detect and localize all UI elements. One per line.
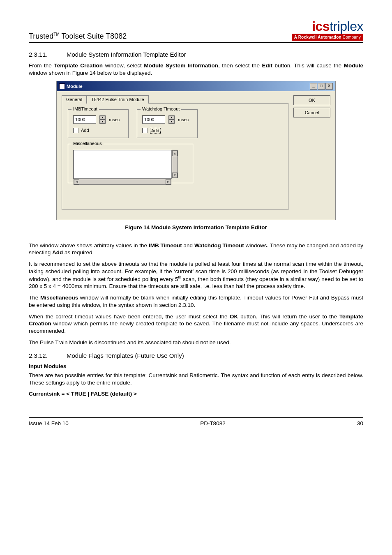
t: OK bbox=[230, 313, 238, 320]
logo-subtitle: A Rockwell Automation Company bbox=[292, 34, 363, 41]
t: button. This will return the user to the bbox=[238, 313, 339, 320]
close-button[interactable]: × bbox=[325, 83, 333, 90]
t: Template Creation bbox=[54, 62, 103, 69]
doc-title: TrustedTM Toolset Suite T8082 bbox=[29, 32, 127, 41]
section-heading-2311: 2.3.11. Module System Information Templa… bbox=[29, 51, 363, 58]
watchdog-timeout-input[interactable] bbox=[142, 115, 165, 124]
minimize-button[interactable]: _ bbox=[310, 83, 317, 90]
scrollbar-horizontal[interactable]: ◄ ► bbox=[74, 179, 171, 185]
unit-label: msec bbox=[109, 117, 120, 122]
t: and bbox=[182, 242, 194, 249]
window-controls: _ □ × bbox=[310, 83, 333, 90]
unit-label-2: msec bbox=[178, 117, 189, 122]
scroll-down-icon[interactable]: ▼ bbox=[172, 173, 178, 178]
t: window shown in Figure 14 below to be di… bbox=[29, 70, 152, 76]
tab-t8442[interactable]: T8442 Pulse Train Module bbox=[87, 95, 148, 104]
module-dialog: Module _ □ × General T8442 Pulse Train M… bbox=[56, 81, 336, 220]
section-title: Module System Information Template Edito… bbox=[67, 51, 186, 58]
watchdog-add-checkbox[interactable] bbox=[142, 128, 148, 133]
logo-text: icstriplex bbox=[292, 20, 363, 33]
dialog-title: Module bbox=[67, 84, 83, 89]
t: Module System Information bbox=[144, 62, 218, 69]
t: Watchdog Timeout bbox=[194, 242, 244, 249]
para-p3: It is recommended to set the above timeo… bbox=[29, 260, 363, 290]
group-imbtimeout: IMBTimeout ▲ ▼ msec bbox=[68, 109, 129, 138]
section-num: 2.3.11. bbox=[29, 51, 52, 58]
group-title-imb: IMBTimeout bbox=[71, 106, 99, 111]
group-title-watchdog: Watchdog Timeout bbox=[141, 106, 181, 111]
cancel-button[interactable]: Cancel bbox=[293, 108, 330, 117]
watchdog-spin-down[interactable]: ▼ bbox=[168, 120, 175, 124]
t: window, select bbox=[103, 62, 144, 69]
tab-general[interactable]: General bbox=[62, 95, 87, 104]
para-intro: From the Template Creation window, selec… bbox=[29, 62, 363, 77]
app-icon bbox=[59, 83, 65, 89]
section-title-2: Module Flags Templates (Future Use Only) bbox=[67, 352, 184, 359]
subhead-input-modules: Input Modules bbox=[29, 363, 363, 369]
logo-triplex: triplex bbox=[330, 19, 363, 34]
t: The bbox=[29, 295, 40, 301]
misc-textarea[interactable]: ▲ ▼ ◄ ► bbox=[73, 150, 172, 179]
logo-sub-rest: Company bbox=[341, 35, 361, 39]
watchdog-add-label: Add bbox=[150, 128, 161, 134]
figure-caption: Figure 14 Module System Information Temp… bbox=[29, 224, 363, 230]
t: IMB Timeout bbox=[149, 242, 182, 249]
t: Miscellaneous bbox=[40, 295, 78, 301]
para-p4: The Miscellaneous window will normally b… bbox=[29, 294, 363, 309]
section-heading-2312: 2.3.12. Module Flags Templates (Future U… bbox=[29, 352, 363, 359]
t: window which permits the newly created t… bbox=[29, 320, 363, 334]
scrollbar-vertical[interactable]: ▲ ▼ bbox=[172, 150, 178, 178]
t: Edit bbox=[262, 62, 273, 69]
tab-pane-general: IMBTimeout ▲ ▼ msec bbox=[62, 103, 288, 210]
scroll-right-icon[interactable]: ► bbox=[166, 179, 171, 184]
para-p5: When the correct timeout values have bee… bbox=[29, 313, 363, 335]
watchdog-spin-up[interactable]: ▲ bbox=[168, 115, 175, 120]
t: Module bbox=[344, 62, 363, 69]
footer-center: PD-T8082 bbox=[200, 420, 226, 426]
group-title-misc: Miscellaneous bbox=[71, 141, 104, 146]
imb-add-checkbox[interactable] bbox=[73, 128, 78, 133]
section-num-2: 2.3.12. bbox=[29, 352, 52, 359]
para-2312: There are two possible entries for this … bbox=[29, 372, 363, 387]
para-p2: The window above shows arbitrary values … bbox=[29, 242, 363, 257]
doc-title-pre: Trusted bbox=[29, 32, 53, 40]
dialog-titlebar[interactable]: Module _ □ × bbox=[57, 81, 335, 91]
t: , then select the bbox=[218, 62, 262, 69]
tm-mark: TM bbox=[53, 32, 59, 37]
t: th bbox=[178, 275, 182, 279]
scroll-left-icon[interactable]: ◄ bbox=[74, 179, 79, 184]
doc-title-post: Toolset Suite T8082 bbox=[60, 32, 127, 40]
imb-spin-up[interactable]: ▲ bbox=[99, 115, 106, 120]
maximize-button[interactable]: □ bbox=[318, 83, 325, 90]
imb-spin-down[interactable]: ▼ bbox=[99, 120, 106, 124]
t: button. This will cause the bbox=[272, 62, 344, 69]
tab-row: General T8442 Pulse Train Module bbox=[62, 95, 288, 104]
t: From the bbox=[29, 62, 54, 69]
footer-right: 30 bbox=[357, 420, 363, 426]
t: When the correct timeout values have bee… bbox=[29, 313, 230, 320]
t: The window above shows arbitrary values … bbox=[29, 242, 149, 249]
page-header: TrustedTM Toolset Suite T8082 icstriplex… bbox=[29, 20, 363, 43]
brand-logo: icstriplex A Rockwell Automation Company bbox=[292, 20, 363, 41]
syntax-currentsink: Currentsink = < TRUE | FALSE (default) > bbox=[29, 391, 363, 397]
para-p6: The Pulse Train Module is discontinued a… bbox=[29, 339, 363, 346]
t: window will normally be blank when initi… bbox=[29, 295, 363, 308]
logo-sub-bold: A Rockwell Automation bbox=[294, 35, 341, 39]
page-footer: Issue 14 Feb 10 PD-T8082 30 bbox=[29, 417, 363, 426]
group-watchdog: Watchdog Timeout ▲ ▼ msec bbox=[137, 109, 198, 138]
t: Add bbox=[52, 249, 63, 256]
logo-ics: ics bbox=[312, 19, 330, 34]
ok-button[interactable]: OK bbox=[293, 95, 330, 105]
imb-add-label: Add bbox=[81, 128, 89, 133]
t: as required. bbox=[63, 249, 94, 256]
imb-timeout-input[interactable] bbox=[73, 115, 96, 124]
group-miscellaneous: Miscellaneous ▲ ▼ ◄ ► bbox=[68, 144, 193, 183]
footer-left: Issue 14 Feb 10 bbox=[29, 420, 69, 426]
scroll-up-icon[interactable]: ▲ bbox=[172, 151, 178, 156]
